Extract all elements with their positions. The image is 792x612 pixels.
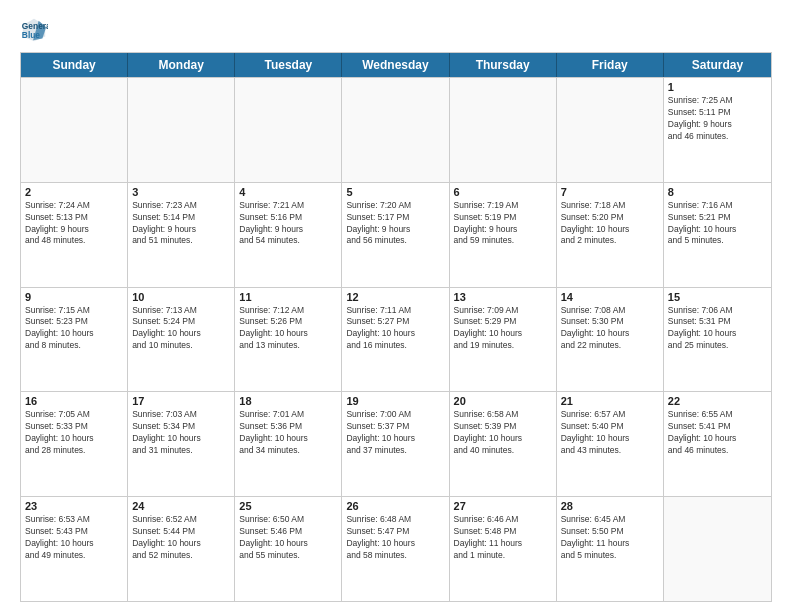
calendar-cell: 6Sunrise: 7:19 AM Sunset: 5:19 PM Daylig… (450, 183, 557, 287)
calendar-cell: 25Sunrise: 6:50 AM Sunset: 5:46 PM Dayli… (235, 497, 342, 601)
calendar-cell: 24Sunrise: 6:52 AM Sunset: 5:44 PM Dayli… (128, 497, 235, 601)
day-number: 23 (25, 500, 123, 512)
calendar-cell: 12Sunrise: 7:11 AM Sunset: 5:27 PM Dayli… (342, 288, 449, 392)
calendar-cell: 17Sunrise: 7:03 AM Sunset: 5:34 PM Dayli… (128, 392, 235, 496)
day-info: Sunrise: 7:11 AM Sunset: 5:27 PM Dayligh… (346, 305, 444, 353)
day-info: Sunrise: 6:58 AM Sunset: 5:39 PM Dayligh… (454, 409, 552, 457)
day-info: Sunrise: 7:21 AM Sunset: 5:16 PM Dayligh… (239, 200, 337, 248)
weekday-header: Monday (128, 53, 235, 77)
day-info: Sunrise: 7:15 AM Sunset: 5:23 PM Dayligh… (25, 305, 123, 353)
calendar: SundayMondayTuesdayWednesdayThursdayFrid… (20, 52, 772, 602)
calendar-cell: 23Sunrise: 6:53 AM Sunset: 5:43 PM Dayli… (21, 497, 128, 601)
day-number: 8 (668, 186, 767, 198)
calendar-row: 23Sunrise: 6:53 AM Sunset: 5:43 PM Dayli… (21, 496, 771, 601)
page: General Blue SundayMondayTuesdayWednesda… (0, 0, 792, 612)
calendar-cell (128, 78, 235, 182)
calendar-cell: 11Sunrise: 7:12 AM Sunset: 5:26 PM Dayli… (235, 288, 342, 392)
day-number: 2 (25, 186, 123, 198)
day-number: 22 (668, 395, 767, 407)
day-number: 20 (454, 395, 552, 407)
day-info: Sunrise: 6:57 AM Sunset: 5:40 PM Dayligh… (561, 409, 659, 457)
day-info: Sunrise: 7:01 AM Sunset: 5:36 PM Dayligh… (239, 409, 337, 457)
day-number: 26 (346, 500, 444, 512)
day-info: Sunrise: 7:03 AM Sunset: 5:34 PM Dayligh… (132, 409, 230, 457)
day-info: Sunrise: 6:46 AM Sunset: 5:48 PM Dayligh… (454, 514, 552, 562)
day-number: 13 (454, 291, 552, 303)
calendar-cell (664, 497, 771, 601)
calendar-cell (450, 78, 557, 182)
day-number: 21 (561, 395, 659, 407)
day-info: Sunrise: 6:50 AM Sunset: 5:46 PM Dayligh… (239, 514, 337, 562)
day-info: Sunrise: 6:53 AM Sunset: 5:43 PM Dayligh… (25, 514, 123, 562)
day-info: Sunrise: 7:05 AM Sunset: 5:33 PM Dayligh… (25, 409, 123, 457)
day-info: Sunrise: 6:52 AM Sunset: 5:44 PM Dayligh… (132, 514, 230, 562)
day-number: 16 (25, 395, 123, 407)
weekday-header: Friday (557, 53, 664, 77)
calendar-cell: 27Sunrise: 6:46 AM Sunset: 5:48 PM Dayli… (450, 497, 557, 601)
day-number: 24 (132, 500, 230, 512)
day-info: Sunrise: 6:48 AM Sunset: 5:47 PM Dayligh… (346, 514, 444, 562)
day-number: 12 (346, 291, 444, 303)
day-number: 19 (346, 395, 444, 407)
day-number: 28 (561, 500, 659, 512)
day-info: Sunrise: 7:19 AM Sunset: 5:19 PM Dayligh… (454, 200, 552, 248)
svg-text:Blue: Blue (22, 30, 40, 40)
day-number: 3 (132, 186, 230, 198)
day-number: 10 (132, 291, 230, 303)
day-info: Sunrise: 7:25 AM Sunset: 5:11 PM Dayligh… (668, 95, 767, 143)
day-info: Sunrise: 6:55 AM Sunset: 5:41 PM Dayligh… (668, 409, 767, 457)
day-number: 11 (239, 291, 337, 303)
weekday-header: Thursday (450, 53, 557, 77)
calendar-cell: 9Sunrise: 7:15 AM Sunset: 5:23 PM Daylig… (21, 288, 128, 392)
logo: General Blue (20, 16, 52, 44)
day-info: Sunrise: 7:20 AM Sunset: 5:17 PM Dayligh… (346, 200, 444, 248)
day-info: Sunrise: 7:13 AM Sunset: 5:24 PM Dayligh… (132, 305, 230, 353)
calendar-cell: 28Sunrise: 6:45 AM Sunset: 5:50 PM Dayli… (557, 497, 664, 601)
day-info: Sunrise: 7:06 AM Sunset: 5:31 PM Dayligh… (668, 305, 767, 353)
calendar-header: SundayMondayTuesdayWednesdayThursdayFrid… (21, 53, 771, 77)
calendar-row: 9Sunrise: 7:15 AM Sunset: 5:23 PM Daylig… (21, 287, 771, 392)
header: General Blue (20, 16, 772, 44)
day-number: 14 (561, 291, 659, 303)
calendar-row: 1Sunrise: 7:25 AM Sunset: 5:11 PM Daylig… (21, 77, 771, 182)
calendar-cell: 3Sunrise: 7:23 AM Sunset: 5:14 PM Daylig… (128, 183, 235, 287)
day-number: 27 (454, 500, 552, 512)
calendar-cell: 19Sunrise: 7:00 AM Sunset: 5:37 PM Dayli… (342, 392, 449, 496)
calendar-cell (557, 78, 664, 182)
day-info: Sunrise: 7:16 AM Sunset: 5:21 PM Dayligh… (668, 200, 767, 248)
calendar-cell: 26Sunrise: 6:48 AM Sunset: 5:47 PM Dayli… (342, 497, 449, 601)
day-info: Sunrise: 7:09 AM Sunset: 5:29 PM Dayligh… (454, 305, 552, 353)
calendar-cell: 18Sunrise: 7:01 AM Sunset: 5:36 PM Dayli… (235, 392, 342, 496)
calendar-row: 2Sunrise: 7:24 AM Sunset: 5:13 PM Daylig… (21, 182, 771, 287)
day-info: Sunrise: 7:00 AM Sunset: 5:37 PM Dayligh… (346, 409, 444, 457)
calendar-cell: 21Sunrise: 6:57 AM Sunset: 5:40 PM Dayli… (557, 392, 664, 496)
day-info: Sunrise: 7:12 AM Sunset: 5:26 PM Dayligh… (239, 305, 337, 353)
day-info: Sunrise: 6:45 AM Sunset: 5:50 PM Dayligh… (561, 514, 659, 562)
day-number: 1 (668, 81, 767, 93)
weekday-header: Wednesday (342, 53, 449, 77)
day-number: 18 (239, 395, 337, 407)
day-number: 17 (132, 395, 230, 407)
calendar-row: 16Sunrise: 7:05 AM Sunset: 5:33 PM Dayli… (21, 391, 771, 496)
day-number: 15 (668, 291, 767, 303)
calendar-cell: 15Sunrise: 7:06 AM Sunset: 5:31 PM Dayli… (664, 288, 771, 392)
calendar-cell (342, 78, 449, 182)
logo-icon: General Blue (20, 16, 48, 44)
weekday-header: Tuesday (235, 53, 342, 77)
day-info: Sunrise: 7:23 AM Sunset: 5:14 PM Dayligh… (132, 200, 230, 248)
day-number: 4 (239, 186, 337, 198)
day-number: 6 (454, 186, 552, 198)
day-number: 25 (239, 500, 337, 512)
calendar-cell: 2Sunrise: 7:24 AM Sunset: 5:13 PM Daylig… (21, 183, 128, 287)
day-number: 9 (25, 291, 123, 303)
calendar-body: 1Sunrise: 7:25 AM Sunset: 5:11 PM Daylig… (21, 77, 771, 601)
weekday-header: Sunday (21, 53, 128, 77)
calendar-cell: 8Sunrise: 7:16 AM Sunset: 5:21 PM Daylig… (664, 183, 771, 287)
day-info: Sunrise: 7:08 AM Sunset: 5:30 PM Dayligh… (561, 305, 659, 353)
calendar-cell (235, 78, 342, 182)
day-info: Sunrise: 7:24 AM Sunset: 5:13 PM Dayligh… (25, 200, 123, 248)
calendar-cell: 4Sunrise: 7:21 AM Sunset: 5:16 PM Daylig… (235, 183, 342, 287)
day-number: 5 (346, 186, 444, 198)
calendar-cell: 10Sunrise: 7:13 AM Sunset: 5:24 PM Dayli… (128, 288, 235, 392)
day-number: 7 (561, 186, 659, 198)
